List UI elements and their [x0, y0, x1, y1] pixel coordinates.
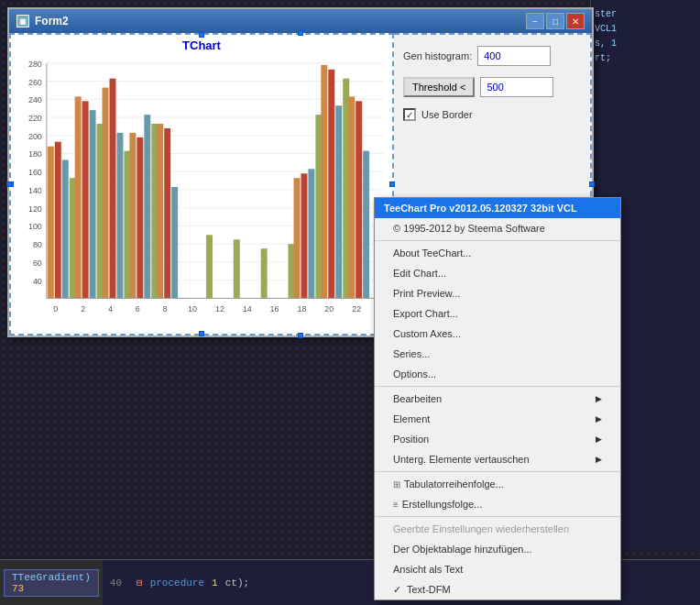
svg-rect-44: [82, 101, 89, 298]
svg-rect-51: [129, 133, 136, 299]
menu-item-text-dfm[interactable]: ✓ Text-DFM: [375, 579, 620, 600]
svg-text:80: 80: [33, 240, 42, 249]
svg-rect-43: [75, 96, 82, 298]
svg-text:10: 10: [188, 304, 197, 314]
chart-svg: 280 260 240 220 200 180 160 140 120 100 …: [15, 54, 388, 325]
menu-item-copyright[interactable]: © 1995-2012 by Steema Software: [375, 218, 620, 238]
svg-text:60: 60: [33, 258, 42, 268]
svg-rect-57: [171, 187, 178, 298]
svg-text:18: 18: [297, 304, 306, 314]
svg-rect-53: [144, 115, 150, 298]
unterg-arrow: ▶: [596, 455, 602, 464]
form-handle-top[interactable]: [298, 30, 303, 36]
svg-text:180: 180: [28, 150, 42, 160]
gen-histogram-input[interactable]: [477, 46, 551, 66]
menu-item-bearbeiten[interactable]: Bearbeiten ▶: [375, 389, 620, 409]
svg-text:120: 120: [28, 204, 42, 214]
gen-histogram-row: Gen histogram:: [403, 46, 581, 66]
menu-item-element[interactable]: Element ▶: [375, 409, 620, 429]
menu-item-position[interactable]: Position ▶: [375, 429, 620, 449]
menu-item-options[interactable]: Options...: [375, 364, 620, 384]
form-handle-bottom[interactable]: [298, 333, 303, 338]
minimize-button[interactable]: −: [526, 13, 544, 29]
svg-rect-66: [234, 239, 240, 298]
svg-text:22: 22: [352, 304, 361, 314]
handle-right[interactable]: [389, 182, 395, 187]
svg-text:40: 40: [33, 277, 42, 286]
gen-histogram-label: Gen histogram:: [403, 50, 472, 61]
creation-order-icon: ≡: [393, 500, 399, 510]
svg-rect-41: [62, 160, 69, 298]
svg-rect-83: [348, 96, 355, 298]
code-prefix: ⊟: [137, 577, 143, 588]
menu-item-custom-axes[interactable]: Custom Axes...: [375, 324, 620, 344]
menu-item-edit-chart[interactable]: Edit Chart...: [375, 263, 620, 283]
window-title: Form2: [35, 15, 69, 28]
menu-item-ansicht[interactable]: Ansicht als Text: [375, 559, 620, 579]
menu-item-erstellungsfolge[interactable]: ≡ Erstellungsfolge...: [375, 494, 620, 514]
handle-top[interactable]: [199, 32, 204, 38]
svg-text:100: 100: [28, 222, 42, 231]
menu-item-print-preview[interactable]: Print Preview...: [375, 283, 620, 303]
separator-1: [375, 240, 620, 241]
position-arrow: ▶: [596, 434, 602, 444]
form-icon: ▣: [16, 15, 29, 28]
svg-text:8: 8: [163, 304, 168, 314]
svg-rect-62: [206, 235, 213, 298]
svg-rect-70: [261, 248, 268, 298]
use-border-label: Use Border: [421, 109, 473, 120]
window-title-left: ▣ Form2: [16, 15, 69, 28]
menu-item-series[interactable]: Series...: [375, 344, 620, 364]
threshold-button[interactable]: Threshold <: [403, 77, 475, 97]
svg-text:6: 6: [136, 304, 140, 314]
svg-rect-76: [301, 173, 307, 298]
handle-bottom[interactable]: [199, 331, 204, 336]
taskbar-item[interactable]: TTeeGradient) 73: [4, 569, 99, 597]
window-controls: − □ ✕: [526, 13, 585, 29]
ide-line-4: rt;: [595, 51, 696, 66]
threshold-input[interactable]: [480, 77, 553, 97]
menu-item-unterg[interactable]: Unterg. Elemente vertauschen ▶: [375, 449, 620, 469]
svg-rect-45: [90, 110, 96, 298]
menu-item-about[interactable]: About TeeChart...: [375, 243, 620, 263]
svg-rect-46: [97, 124, 104, 298]
svg-rect-54: [151, 124, 158, 298]
maximize-button[interactable]: □: [546, 13, 564, 29]
svg-rect-48: [109, 79, 115, 299]
taskbar-number: 73: [12, 583, 24, 594]
menu-item-export-chart[interactable]: Export Chart...: [375, 303, 620, 324]
svg-text:240: 240: [28, 95, 42, 104]
use-border-checkbox[interactable]: ✓: [403, 108, 416, 121]
svg-text:160: 160: [28, 168, 42, 177]
code-body: 1: [212, 578, 218, 588]
menu-item-objekt[interactable]: Der Objektablage hinzufügen...: [375, 539, 620, 559]
context-menu: TeeChart Pro v2012.05.120327 32bit VCL ©…: [374, 197, 621, 600]
svg-rect-75: [294, 178, 301, 298]
ide-line-3: s, 1: [595, 37, 696, 51]
ide-line-1: ster: [595, 7, 696, 22]
form-handle-left[interactable]: [6, 182, 12, 187]
tchart-container: TChart 280 260 2: [9, 33, 394, 336]
text-dfm-checkmark: ✓: [393, 584, 401, 596]
svg-rect-80: [328, 70, 334, 299]
svg-text:280: 280: [28, 60, 42, 69]
tchart-title: TChart: [15, 38, 388, 52]
svg-rect-47: [103, 88, 109, 299]
svg-rect-39: [48, 147, 54, 299]
svg-rect-56: [164, 128, 170, 298]
svg-rect-49: [116, 133, 123, 299]
svg-text:12: 12: [215, 304, 224, 314]
svg-rect-42: [70, 178, 76, 298]
svg-rect-78: [315, 115, 322, 298]
ide-line-2: VCL1: [595, 22, 696, 37]
svg-text:16: 16: [270, 304, 279, 314]
form-handle-right[interactable]: [589, 182, 595, 187]
threshold-row: Threshold <: [403, 77, 581, 97]
menu-item-tabulatorreihenfolge[interactable]: ⊞ Tabulatorreihenfolge...: [375, 474, 620, 494]
context-menu-header: TeeChart Pro v2012.05.120327 32bit VCL: [375, 198, 620, 218]
tab-order-icon: ⊞: [393, 479, 400, 490]
svg-rect-79: [321, 65, 327, 299]
svg-text:2: 2: [81, 304, 85, 314]
svg-rect-84: [355, 101, 362, 298]
close-button[interactable]: ✕: [566, 13, 585, 29]
